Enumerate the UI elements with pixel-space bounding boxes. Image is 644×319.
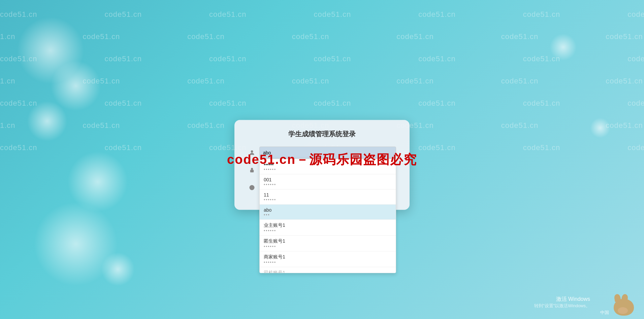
watermark-text: code51.cn (105, 143, 142, 152)
svg-rect-1 (250, 170, 254, 173)
watermark-text: code51.cn (606, 121, 643, 130)
item-password: •••••• (264, 198, 392, 202)
watermark-text: code51.cn (83, 77, 120, 85)
watermark-text: 1.cn (0, 32, 15, 41)
watermark-text: code51.cn (0, 10, 37, 19)
watermark-text: code51.cn (523, 55, 560, 63)
item-password: ••• (264, 213, 392, 217)
item-username: 商家账号1 (264, 254, 392, 260)
watermark-text: code51.cn (627, 10, 644, 19)
dialog-title: 学生成绩管理系统登录 (248, 130, 396, 139)
autocomplete-item-selected[interactable]: abo ••• (260, 205, 396, 220)
login-dialog: 学生成绩管理系统登录 •••••• •••••• 001 •••••• 11 •… (234, 120, 410, 210)
lock-icon (248, 166, 256, 174)
svg-point-3 (251, 186, 253, 188)
item-password: •••••• (264, 167, 392, 172)
item-password: •••••• (264, 244, 392, 249)
item-username: 匿生账号1 (264, 238, 392, 244)
watermark-text: code51.cn (418, 99, 456, 108)
watermark-text: code51.cn (105, 10, 142, 19)
watermark-text: 1.cn (0, 77, 15, 85)
watermark-text: code51.cn (292, 77, 329, 85)
watermark-text: code51.cn (523, 99, 560, 108)
autocomplete-item[interactable]: 商家账号1 •••••• (260, 251, 396, 267)
watermark-text: code51.cn (396, 32, 434, 41)
watermark-text: code51.cn (0, 143, 37, 152)
watermark-text: code51.cn (501, 32, 539, 41)
user-icon (248, 149, 256, 157)
watermark-text: code51.cn (209, 10, 247, 19)
watermark-text: code51.cn (523, 10, 560, 19)
windows-activation: 激活 Windows 转到"设置"以激活Windows。 (534, 296, 590, 309)
watermark-text: code51.cn (627, 99, 644, 108)
svg-point-0 (251, 150, 253, 153)
watermark-text: code51.cn (627, 55, 644, 63)
activate-subtitle: 转到"设置"以激活Windows。 (534, 303, 590, 309)
watermark-text: code51.cn (314, 55, 351, 63)
item-username: 业主账号1 (264, 222, 392, 228)
region-label: 中国 (600, 310, 609, 316)
username-row: •••••• •••••• 001 •••••• 11 •••••• abo •… (248, 147, 396, 159)
item-username: •••••• (264, 162, 392, 167)
watermark-text: code51.cn (627, 143, 644, 152)
watermark-text: code51.cn (105, 99, 142, 108)
watermark-text: code51.cn (314, 10, 351, 19)
watermark-text: code51.cn (187, 77, 225, 85)
watermark-text: code51.cn (105, 55, 142, 63)
item-username: 001 (264, 177, 392, 182)
item-password: •••••• (264, 228, 392, 233)
watermark-text: code51.cn (501, 77, 539, 85)
autocomplete-item[interactable]: 001 •••••• (260, 174, 396, 189)
watermark-text: code51.cn (187, 121, 225, 130)
item-username: 司机账号1 (264, 270, 392, 273)
watermark-text: code51.cn (418, 55, 456, 63)
item-username: 11 (264, 192, 392, 198)
activate-title: 激活 Windows (534, 296, 590, 303)
watermark-text: code51.cn (418, 10, 456, 19)
watermark-text: code51.cn (314, 99, 351, 108)
watermark-text: code51.cn (0, 55, 37, 63)
watermark-text: code51.cn (0, 99, 37, 108)
username-input[interactable] (259, 147, 396, 159)
watermark-text: code51.cn (83, 121, 120, 130)
watermark-text: code51.cn (501, 121, 539, 130)
autocomplete-item[interactable]: 业主账号1 •••••• (260, 220, 396, 236)
autocomplete-item[interactable]: 匿生账号1 •••••• (260, 236, 396, 251)
watermark-text: code51.cn (292, 32, 329, 41)
watermark-text: code51.cn (606, 32, 643, 41)
autocomplete-item[interactable]: •••••• •••••• (260, 159, 396, 174)
item-username: abo (264, 207, 392, 213)
item-password: •••••• (264, 260, 392, 265)
watermark-text: code51.cn (396, 77, 434, 85)
watermark-text: code51.cn (209, 55, 247, 63)
role-icon (248, 184, 256, 192)
watermark-text: 1.cn (0, 121, 15, 130)
autocomplete-item[interactable]: 司机账号1 •••••• (260, 267, 396, 273)
autocomplete-item[interactable]: 11 •••••• (260, 189, 396, 205)
watermark-text: code51.cn (83, 32, 120, 41)
watermark-text: code51.cn (418, 143, 456, 152)
watermark-text: code51.cn (523, 143, 560, 152)
autocomplete-dropdown: •••••• •••••• 001 •••••• 11 •••••• abo •… (259, 159, 396, 273)
watermark-text: code51.cn (187, 32, 225, 41)
item-password: •••••• (264, 182, 392, 187)
watermark-text: code51.cn (209, 99, 247, 108)
dog-icon (610, 295, 637, 316)
watermark-text: code51.cn (606, 77, 643, 85)
